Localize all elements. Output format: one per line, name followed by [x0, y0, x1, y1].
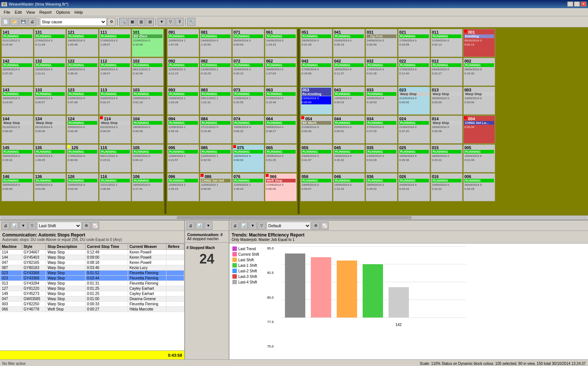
machine-124[interactable]: 124 RUNNING 25/09/2014 00:03:46: [67, 115, 98, 144]
machine-115[interactable]: 115 RUNNING 08/11/2012 00:15:31: [99, 144, 131, 172]
machine-113[interactable]: 113 RUNNING 24/09/2014 00:02:37: [99, 87, 131, 115]
machine-125[interactable]: 125 RUNNING 17/09/2014 00:00:00: [67, 144, 98, 172]
machine-045[interactable]: 045 RUNNING 16/09/2014 04:20:32: [333, 144, 365, 172]
machine-096[interactable]: 096 RUNNING 12/09/2014 12:25:44: [167, 173, 199, 201]
horizontal-scrollbar[interactable]: [0, 215, 588, 220]
machine-055[interactable]: 055 RUNNING 23/09/2014 00:41:07: [300, 144, 332, 172]
machine-143[interactable]: 143 RUNNING 18/09/2014 00:14:40: [1, 87, 33, 115]
machine-121[interactable]: 121 RUNNING 18/09/2014 01:03:46: [67, 29, 98, 57]
machine-054[interactable]: 054 BD Mech 21/09/2014 00:00:00: [300, 115, 332, 144]
chart-chart-icon[interactable]: 📈: [320, 222, 329, 230]
machine-074[interactable]: 074 RUNNING 19/09/2014 00:06:32: [232, 115, 264, 144]
machine-051[interactable]: 051 RUNNING 29/09/2014 00:01:46: [300, 29, 332, 57]
chart-print-icon[interactable]: 🖨: [231, 222, 239, 230]
machine-061[interactable]: 061 RUNNING 24/09/2014 01:23:15: [265, 29, 297, 57]
machine-065[interactable]: 065 RUNNING 25/09/2014 00:51:25: [265, 144, 297, 172]
machine-024[interactable]: 024 RUNNING 21/09/2014 00:37:20: [398, 115, 430, 144]
layout1-icon[interactable]: ▦: [128, 18, 136, 26]
machine-132[interactable]: 132 RUNNING 23/09/2014 01:21:41: [34, 58, 66, 86]
report-table-row[interactable]: 047GW03585Warp Stop0:01:00Deanna Greene: [0, 296, 184, 302]
dropdown-config-btn[interactable]: ⚙: [107, 18, 115, 26]
machine-094[interactable]: 094 RUNNING 12/09/2014 10:45:18: [167, 115, 199, 144]
menu-file[interactable]: File: [1, 9, 13, 15]
machine-036[interactable]: 036 RUNNING 28/09/2014 00:29:02: [366, 173, 397, 201]
machine-142[interactable]: 142 RUNNING 26/09/2014 00:37:20: [1, 58, 33, 86]
machine-004[interactable]: 004 CHNG Set Lo... 0:00:00: [463, 115, 495, 144]
machine-001[interactable]: 001 Knotting 09/10/2014 00:02:13: [463, 29, 495, 57]
machine-141[interactable]: 141 RUNNING 01/11/2012 00:14:40: [1, 29, 33, 57]
view-dropdown[interactable]: Stop cause Machine Status Weaver Style: [40, 18, 107, 26]
report-table-row[interactable]: 023GY43368Warp Stop0:01:52Fleuretta Flem…: [0, 271, 184, 276]
report-filter2-icon[interactable]: ▽: [28, 222, 36, 230]
machine-014[interactable]: 014 Warp Stop 24/09/2014 00:00:06: [431, 115, 463, 144]
chart-export-icon[interactable]: 📊: [240, 222, 248, 230]
open-icon[interactable]: 📂: [10, 18, 19, 26]
layout2-icon[interactable]: ▥: [137, 18, 145, 26]
new-icon[interactable]: 📄: [1, 18, 10, 26]
report-table-row[interactable]: 114GY34667Warp Stop0:12:49Keren Powell: [0, 250, 184, 255]
machine-136[interactable]: 136 RUNNING 28/09/2014 00:01:06: [34, 173, 66, 201]
machine-003[interactable]: 003 Warp Stop 13/09/2014 00:00:00: [463, 87, 495, 115]
machine-031[interactable]: 031 ...ing Prob 24/09/2014 00:00:00: [366, 29, 397, 57]
chart-layout-dropdown[interactable]: Default Custom: [266, 222, 311, 230]
machine-131[interactable]: 131 RUNNING 27/09/2014 00:11:49: [34, 29, 66, 57]
machine-091[interactable]: 091 RUNNING 12/09/2014 11:07:09: [167, 29, 199, 57]
machine-114[interactable]: 114 Warp Stop 02/10/2014 00:00:00: [99, 115, 131, 144]
machine-112[interactable]: 112 RUNNING 26/09/2014 01:28:07: [99, 58, 131, 86]
filter-icon[interactable]: ▼: [158, 18, 166, 26]
mid-filter-icon[interactable]: ▼: [204, 222, 212, 230]
filter2-icon[interactable]: ▽: [167, 18, 175, 26]
machine-085[interactable]: 085 RUNNING 12/09/2014 10:32:52: [200, 144, 232, 172]
close-button[interactable]: ✕: [581, 1, 587, 7]
filter3-icon[interactable]: ⊽: [175, 18, 184, 26]
menu-view[interactable]: View: [24, 9, 37, 15]
chart-config-icon[interactable]: ⚙: [312, 222, 320, 230]
machine-111[interactable]: 111 RUNNING 27/09/2014 01:28:07: [99, 29, 131, 57]
menu-help[interactable]: Help: [72, 9, 85, 15]
machine-071[interactable]: 071 RUNNING 30/09/2014 00:00:00: [232, 29, 264, 57]
machine-013[interactable]: 013 Warp Stop 26/09/2014 00:00:00: [431, 87, 463, 115]
machine-133[interactable]: 133 RUNNING 22/09/2014 00:00:57: [34, 87, 66, 115]
machine-083[interactable]: 083 RUNNING 09/11/2012 11:01:31: [200, 87, 232, 115]
report-filter-icon[interactable]: ▼: [19, 222, 27, 230]
machine-122[interactable]: 122 RUNNING 13/09/2014 00:39:42: [67, 58, 98, 86]
machine-104[interactable]: 104 RUNNING 18/09/2014 00:00:06: [132, 115, 164, 144]
machine-075[interactable]: 075 RUNNING 18/09/2014 00:00:00: [232, 144, 264, 172]
machine-041[interactable]: 041 RUNNING 20/09/2014 00:06:19: [333, 29, 365, 57]
machine-102[interactable]: 102 RUNNING 06/11/2012 00:10:46: [132, 58, 164, 86]
machine-116[interactable]: 116 RUNNING 12/11/2012 11:06:08: [99, 173, 131, 201]
machine-066[interactable]: 066 Weft Stop 17/09/2014 00:00:00: [265, 173, 297, 201]
layout3-icon[interactable]: ▤: [146, 18, 154, 26]
report-export-icon[interactable]: 📊: [10, 222, 19, 230]
machine-022[interactable]: 022 RUNNING 17/09/2014 00:12:40: [398, 58, 430, 86]
machine-026[interactable]: 026 RUNNING 24/09/2014 00:03:34: [398, 173, 430, 201]
report-table-row[interactable]: 066GY46778Weft Stop0:00:27Hilda Marcotte: [0, 307, 184, 312]
machine-093[interactable]: 093 RUNNING 12/09/2014 11:03:26: [167, 87, 199, 115]
machine-144[interactable]: 144 Warp Stop 01/10/2012 00:00:00: [1, 115, 33, 144]
machine-092[interactable]: 092 RUNNING 12/09/2014 14:11:15: [167, 58, 199, 86]
machine-006[interactable]: 006 RUNNING 26/09/2014 00:26:29: [463, 173, 495, 201]
machine-146[interactable]: 146 RUNNING 30/09/2014 00:03:46: [1, 173, 33, 201]
chart-filter2-icon[interactable]: ▽: [258, 222, 266, 230]
menu-options[interactable]: Options: [54, 9, 72, 15]
machine-011[interactable]: 011 RUNNING 21/09/2014 00:02:13: [431, 29, 463, 57]
report-table-row[interactable]: 127GY81220Warp Stop0:01:25Cayley Earhart: [0, 286, 184, 291]
machine-043[interactable]: 043 RUNNING 13/09/2014 00:00:03: [333, 87, 365, 115]
machine-012[interactable]: 012 RUNNING 26/09/2014 00:31:27: [431, 58, 463, 86]
zoom-icon[interactable]: 🔍: [119, 18, 127, 26]
machine-126[interactable]: 126 RUNNING 22/09/2014 00:03:46: [67, 173, 98, 201]
machine-005[interactable]: 005 RUNNING 16/09/2014 00:01:09: [463, 144, 495, 172]
report-table-row[interactable]: 144GY45403Warp Stop0:09:00Keren Powell: [0, 255, 184, 260]
machine-076[interactable]: 076 RUNNING 12/09/2014 11:40:44: [232, 173, 264, 201]
machine-062[interactable]: 062 RUNNING 30/09/2014 01:27:04: [265, 58, 297, 86]
machine-095[interactable]: 095 RUNNING 12/09/2014 10:21:57: [167, 144, 199, 172]
machine-086[interactable]: 086 CHNG Set Unl 12/09/2014 10:00:00: [200, 173, 232, 201]
minimize-button[interactable]: ─: [567, 1, 573, 7]
save-icon[interactable]: 💾: [19, 18, 27, 26]
machine-084[interactable]: 084 RUNNING 17/11/2012 00:24:46: [200, 115, 232, 144]
machine-145[interactable]: 145 RUNNING 30/09/2014 00:29:32: [1, 144, 33, 172]
machine-034[interactable]: 034 RUNNING 27/09/2014 00:27:29: [366, 115, 397, 144]
machine-044[interactable]: 044 RUNNING 22/09/2014 00:00:51: [333, 115, 365, 144]
mid-print-icon[interactable]: 🖨: [187, 222, 195, 230]
machine-052[interactable]: 042 RUNNING 17/09/2014 00:16:56: [300, 58, 332, 86]
